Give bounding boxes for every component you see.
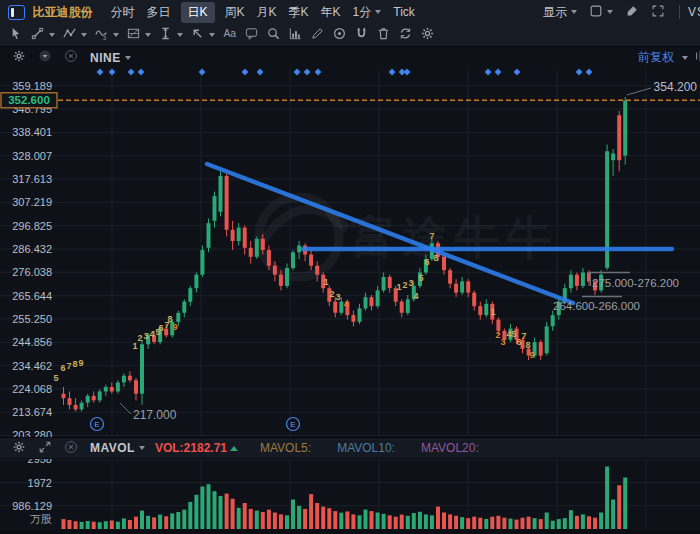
event-diamond-marker[interactable] <box>485 69 492 76</box>
svg-text:6: 6 <box>60 363 65 373</box>
segment-tool[interactable] <box>30 26 55 45</box>
bubble-tool[interactable] <box>244 26 259 45</box>
chevron-down-icon[interactable] <box>139 446 145 450</box>
svg-text:213.674: 213.674 <box>12 406 52 418</box>
tab-分时[interactable]: 分时 <box>111 4 135 21</box>
svg-text:9: 9 <box>529 350 534 360</box>
svg-text:3: 3 <box>143 331 148 341</box>
gann-tool[interactable] <box>126 26 151 45</box>
svg-text:2: 2 <box>137 333 142 343</box>
event-diamond-marker[interactable] <box>199 69 206 76</box>
event-diamond-marker[interactable] <box>586 69 593 76</box>
event-diamond-marker[interactable] <box>109 69 116 76</box>
magnet-tool[interactable] <box>354 26 369 45</box>
search-tool[interactable] <box>266 26 281 45</box>
chevron-down-icon[interactable] <box>125 56 131 60</box>
mavol10-label: MAVOL10: <box>337 441 395 455</box>
trash-tool[interactable] <box>376 26 391 45</box>
gear-icon <box>12 49 26 66</box>
chevron-down-icon <box>177 33 183 37</box>
indicator-name[interactable]: NINE <box>90 51 121 65</box>
event-diamond-marker[interactable] <box>495 69 502 76</box>
pencil-tool[interactable] <box>310 26 325 45</box>
tab-年K[interactable]: 年K <box>321 4 341 21</box>
top-bar-right: 显示 VS <box>537 4 700 21</box>
app-window-icon[interactable] <box>8 5 25 20</box>
event-diamond-marker[interactable] <box>404 69 411 76</box>
svg-text:8: 8 <box>72 359 77 369</box>
gap-annotation: 264.600-266.000 <box>553 300 640 312</box>
event-diamond-marker[interactable] <box>389 69 396 76</box>
event-diamond-marker[interactable] <box>97 69 104 76</box>
tab-周K[interactable]: 周K <box>225 4 245 21</box>
indicator-settings-button[interactable] <box>12 49 26 66</box>
volume-settings-button[interactable] <box>12 440 26 457</box>
display-label: 显示 <box>543 4 567 21</box>
sync-tool[interactable] <box>398 26 413 45</box>
kline-settings-button[interactable] <box>694 49 700 66</box>
chevron-down-icon <box>607 10 613 14</box>
vs-compare-button[interactable]: VS <box>688 5 700 19</box>
gear-tool[interactable] <box>420 26 435 45</box>
close-volume-button[interactable] <box>64 440 78 457</box>
search-icon <box>266 26 281 45</box>
event-diamond-marker[interactable] <box>576 69 583 76</box>
expand-pane-button[interactable] <box>38 440 52 457</box>
adjust-mode-dropdown[interactable]: 前复权 <box>638 49 674 66</box>
arrow-nw-tool[interactable] <box>190 26 215 45</box>
event-diamond-marker[interactable] <box>242 69 249 76</box>
close-indicator-button[interactable] <box>64 49 78 66</box>
event-diamond-marker[interactable] <box>257 69 264 76</box>
up-triangle-icon <box>230 446 238 451</box>
export-icon <box>288 26 303 45</box>
main-chart: 富途牛牛359.189348.795338.401328.007317.6133… <box>0 47 700 437</box>
collapse-pane-button[interactable] <box>38 49 52 66</box>
ex-dividend-marker[interactable]: E <box>287 418 300 431</box>
wave-tool[interactable]: 3 <box>94 26 119 45</box>
stock-name[interactable]: 比亚迪股份 <box>33 4 93 21</box>
app-window-icon-bar <box>11 8 14 17</box>
svg-text:4: 4 <box>343 299 348 309</box>
fullscreen-button[interactable] <box>651 4 665 21</box>
drawing-toolbar: 3Aa <box>0 24 700 47</box>
export-tool[interactable] <box>288 26 303 45</box>
svg-text:E: E <box>290 420 295 429</box>
svg-text:3: 3 <box>408 278 413 288</box>
volume-unit-label: 万股 <box>30 513 52 525</box>
draw-mode-button[interactable] <box>625 4 639 21</box>
tab-月K[interactable]: 月K <box>257 4 277 21</box>
event-diamond-marker[interactable] <box>315 69 322 76</box>
text-tool[interactable]: Aa <box>222 26 237 45</box>
measure-tool[interactable] <box>158 26 183 45</box>
chevron-down-icon <box>375 10 381 14</box>
display-dropdown[interactable]: 显示 <box>543 4 577 21</box>
event-diamond-marker[interactable] <box>514 69 521 76</box>
cursor-tool[interactable] <box>8 26 23 45</box>
chart-style-dropdown[interactable] <box>589 4 613 21</box>
chevron-down-icon <box>113 33 119 37</box>
event-diamond-marker[interactable] <box>294 69 301 76</box>
text-icon: Aa <box>222 26 237 45</box>
svg-text:8: 8 <box>525 340 530 350</box>
event-diamond-marker[interactable] <box>304 69 311 76</box>
tab-多日[interactable]: 多日 <box>147 4 171 21</box>
tab-tick[interactable]: Tick <box>393 5 415 19</box>
minute-period-dropdown[interactable]: 1分 <box>353 4 382 21</box>
event-diamond-marker[interactable] <box>128 69 135 76</box>
tab-季K[interactable]: 季K <box>289 4 309 21</box>
target-tool[interactable] <box>332 26 347 45</box>
svg-text:富途牛牛: 富途牛牛 <box>350 211 558 263</box>
svg-text:286.432: 286.432 <box>12 243 52 255</box>
volume-indicator-name[interactable]: MAVOL <box>90 441 135 455</box>
event-diamond-marker[interactable] <box>138 69 145 76</box>
chevron-down-icon <box>81 33 87 37</box>
svg-text:3: 3 <box>500 337 505 347</box>
svg-text:2: 2 <box>329 289 334 299</box>
svg-text:5: 5 <box>53 373 58 383</box>
bubble-icon <box>244 26 259 45</box>
polyline-tool[interactable] <box>62 26 87 45</box>
collapse-icon <box>38 49 52 66</box>
tab-日K[interactable]: 日K <box>181 2 215 23</box>
top-bar-left: 比亚迪股份 分时多日日K周K月K季K年K 1分 Tick <box>8 2 421 23</box>
ex-dividend-marker[interactable]: E <box>91 418 104 431</box>
